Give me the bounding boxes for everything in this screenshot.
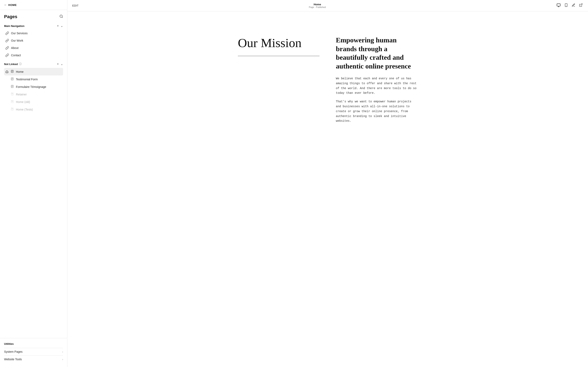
page-item-formulaire-temoignage[interactable]: Formulaire Témoignage bbox=[4, 83, 63, 91]
not-linked-label: Not Linked bbox=[4, 63, 18, 66]
main-nav-section-header: Main Navigation + ⌄ bbox=[4, 24, 63, 27]
back-arrow-icon: ← bbox=[4, 3, 7, 7]
nav-items-list: Our Services Our Work About Contact bbox=[4, 30, 63, 59]
link-icon bbox=[5, 46, 9, 50]
main-nav-label: Main Navigation bbox=[4, 25, 25, 27]
pages-header: Pages bbox=[4, 14, 63, 19]
utilities-section: Utilities System Pages › Website Tools › bbox=[0, 338, 67, 367]
sidebar-content: Pages Main Navigation + ⌄ Our Services bbox=[0, 10, 67, 335]
page-name: Home bbox=[309, 3, 326, 6]
link-icon bbox=[5, 53, 9, 57]
search-icon[interactable] bbox=[60, 15, 63, 19]
preview-content: Our Mission Empowering human brands thro… bbox=[222, 11, 434, 143]
edit-mode-button[interactable] bbox=[571, 3, 576, 8]
utility-item-label: Website Tools bbox=[4, 358, 22, 361]
page-icon bbox=[11, 108, 14, 111]
pages-title: Pages bbox=[4, 14, 17, 19]
edit-button[interactable]: EDIT bbox=[72, 4, 79, 7]
top-bar: EDIT Home Page · Published bbox=[67, 0, 588, 11]
page-item-home[interactable]: Home bbox=[4, 68, 63, 75]
chevron-right-icon: › bbox=[62, 350, 63, 353]
info-icon[interactable]: ⓘ bbox=[19, 62, 22, 66]
mission-body-1: We believe that each and every one of us… bbox=[336, 76, 417, 96]
page-item-label: Home (old) bbox=[16, 100, 30, 104]
page-icon bbox=[11, 92, 14, 96]
mission-heading: Empowering human brands through a beauti… bbox=[336, 36, 417, 71]
home-active-indicator bbox=[5, 70, 9, 73]
page-item-retainer[interactable]: Retainer bbox=[4, 91, 63, 98]
page-item-label: Home (Tests) bbox=[16, 108, 33, 111]
sidebar: ← HOME Pages Main Navigation + ⌄ Our bbox=[0, 0, 67, 367]
nav-item-contact[interactable]: Contact bbox=[4, 52, 63, 59]
mission-divider bbox=[238, 56, 320, 56]
page-icon bbox=[11, 77, 14, 81]
add-page-button[interactable]: + bbox=[57, 62, 59, 66]
utilities-title: Utilities bbox=[4, 342, 63, 345]
mobile-view-button[interactable] bbox=[564, 3, 568, 8]
utility-item-website-tools[interactable]: Website Tools › bbox=[4, 355, 63, 363]
not-linked-section-header: Not Linked ⓘ + ⌄ bbox=[4, 62, 63, 66]
chevron-right-icon: › bbox=[62, 358, 63, 361]
main-nav-actions: + ⌄ bbox=[57, 24, 63, 27]
utility-item-system-pages[interactable]: System Pages › bbox=[4, 348, 63, 355]
page-icon bbox=[11, 70, 14, 74]
nav-item-about[interactable]: About bbox=[4, 44, 63, 52]
utility-item-label: System Pages bbox=[4, 350, 22, 353]
nav-item-label: Our Work bbox=[11, 39, 23, 42]
add-nav-item-button[interactable]: + bbox=[57, 24, 59, 27]
page-item-label: Home bbox=[16, 70, 24, 73]
page-icon bbox=[11, 100, 14, 104]
mission-body-2: That's why we want to empower human proj… bbox=[336, 99, 417, 124]
page-item-home-old[interactable]: Home (old) bbox=[4, 98, 63, 106]
desktop-view-button[interactable] bbox=[556, 3, 561, 8]
collapse-nav-button[interactable]: ⌄ bbox=[61, 24, 63, 27]
collapse-not-linked-button[interactable]: ⌄ bbox=[61, 62, 63, 66]
not-linked-left: Not Linked ⓘ bbox=[4, 62, 22, 66]
back-button[interactable]: ← HOME bbox=[4, 3, 17, 7]
link-icon bbox=[5, 39, 9, 42]
page-item-label: Retainer bbox=[16, 93, 27, 96]
main-area: EDIT Home Page · Published Our Mission bbox=[67, 0, 588, 367]
svg-line-28 bbox=[580, 4, 582, 5]
preview-area: Our Mission Empowering human brands thro… bbox=[67, 11, 588, 367]
svg-rect-23 bbox=[557, 4, 561, 6]
nav-item-label: About bbox=[11, 46, 18, 50]
mission-title: Our Mission bbox=[238, 36, 320, 50]
back-label: HOME bbox=[8, 3, 17, 7]
link-icon bbox=[5, 31, 9, 35]
page-item-home-tests[interactable]: Home (Tests) bbox=[4, 106, 63, 113]
page-item-label: Testimonial Form bbox=[16, 78, 38, 81]
mission-right: Empowering human brands through a beauti… bbox=[336, 36, 417, 127]
mission-left: Our Mission bbox=[238, 36, 320, 56]
external-link-button[interactable] bbox=[579, 3, 583, 8]
nav-item-our-services[interactable]: Our Services bbox=[4, 30, 63, 37]
nav-item-our-work[interactable]: Our Work bbox=[4, 37, 63, 44]
sidebar-top-bar: ← HOME bbox=[0, 0, 67, 10]
page-item-testimonial-form[interactable]: Testimonial Form bbox=[4, 75, 63, 83]
page-status: Page · Published bbox=[309, 6, 326, 8]
top-bar-right bbox=[556, 3, 583, 8]
page-info: Home Page · Published bbox=[309, 3, 326, 8]
page-icon bbox=[11, 85, 14, 89]
nav-item-label: Contact bbox=[11, 54, 21, 57]
svg-line-1 bbox=[62, 17, 62, 17]
page-item-label: Formulaire Témoignage bbox=[16, 85, 46, 89]
page-items-list: Home Testimonial Form Formulaire Témoign… bbox=[4, 68, 63, 113]
nav-item-label: Our Services bbox=[11, 32, 27, 35]
not-linked-actions: + ⌄ bbox=[57, 62, 63, 66]
